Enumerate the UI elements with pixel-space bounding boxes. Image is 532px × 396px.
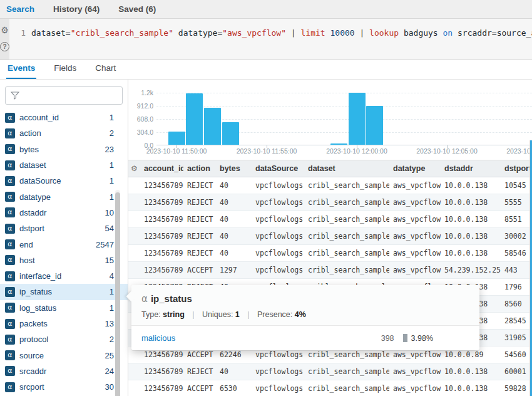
sidebar-field-end[interactable]: αend2547 <box>0 236 128 252</box>
field-count: 54 <box>105 224 114 233</box>
popup-value-link[interactable]: malicious <box>141 333 175 343</box>
editor-gutter: ⚙ ? <box>0 19 9 60</box>
tab-chart[interactable]: Chart <box>94 63 117 79</box>
string-type-icon: α <box>5 319 15 329</box>
histogram-bar[interactable] <box>186 93 203 145</box>
histogram-bar[interactable] <box>349 93 366 145</box>
sidebar-field-host[interactable]: αhost15 <box>0 253 128 268</box>
sidebar-field-srcport[interactable]: αsrcport30 <box>0 379 128 395</box>
cell-action: REJECT <box>183 245 216 261</box>
sidebar-field-dataSource[interactable]: αdataSource1 <box>0 173 128 189</box>
sidebar-field-dstport[interactable]: αdstport54 <box>0 221 128 236</box>
type-value: string <box>163 310 185 319</box>
field-filter-input[interactable] <box>5 86 123 105</box>
column-header-dataset[interactable]: dataset <box>304 160 389 177</box>
sidebar-field-packets[interactable]: αpackets13 <box>0 316 128 331</box>
settings-gear-icon[interactable]: ⚙ <box>1 26 9 34</box>
column-header-account_id[interactable]: account_id <box>140 160 183 177</box>
sidebar-field-action[interactable]: αaction2 <box>0 125 128 141</box>
histogram-bar[interactable] <box>330 143 347 145</box>
string-type-icon: α <box>5 350 15 360</box>
table-row[interactable]: 123456789012REJECT40vpcflowlogscribl_sea… <box>128 363 532 380</box>
table-row[interactable]: 123456789012REJECT40vpcflowlogscribl_sea… <box>128 211 532 228</box>
column-header-dstaddr[interactable]: dstaddr <box>441 160 501 177</box>
cell-dstport: 1796 <box>501 279 532 295</box>
string-type-icon: α <box>5 224 15 234</box>
string-type-icon: α <box>5 382 15 392</box>
sidebar-field-ip_status[interactable]: αip_status1 <box>0 284 128 300</box>
cell-account_id: 123456789012 <box>140 177 183 194</box>
sidebar-field-source[interactable]: αsource25 <box>0 347 128 363</box>
presence-value: 4% <box>295 310 306 319</box>
field-count: 15 <box>105 256 114 265</box>
popup-field-meta: Type: string | Uniques: 1 | Presence: 4% <box>141 310 469 319</box>
help-icon[interactable]: ? <box>0 42 9 51</box>
table-row[interactable]: 123456789012REJECT40vpcflowlogscribl_sea… <box>128 228 532 245</box>
cell-dstport: 54560 <box>501 346 532 363</box>
field-count: 4 <box>110 271 114 281</box>
sidebar-field-dstaddr[interactable]: αdstaddr10 <box>0 205 128 221</box>
field-name-label: srcaddr <box>19 367 105 376</box>
line-number: 1 <box>9 28 26 39</box>
field-name-label: account_id <box>19 113 110 122</box>
sidebar-scrollbar-thumb[interactable] <box>115 192 120 396</box>
sidebar-field-log_status[interactable]: αlog_status1 <box>0 300 128 316</box>
tab-fields[interactable]: Fields <box>53 63 78 79</box>
field-count: 30 <box>105 382 114 392</box>
sidebar-field-bytes[interactable]: αbytes23 <box>0 142 128 157</box>
right-panel-edge[interactable] <box>529 140 532 396</box>
sidebar-field-srcaddr[interactable]: αsrcaddr24 <box>0 363 128 379</box>
nav-item-saved[interactable]: Saved (6) <box>118 4 156 14</box>
cell-bytes: 40 <box>216 228 252 244</box>
field-name-label: protocol <box>19 335 110 344</box>
histogram-bar[interactable] <box>222 122 239 145</box>
events-table: ⚙account_idactionbytesdataSourcedatasetd… <box>128 160 532 396</box>
table-row[interactable]: 123456789012REJECT40vpcflowlogscribl_sea… <box>128 177 532 194</box>
popup-field-name: ip_status <box>151 293 192 304</box>
string-type-icon: α <box>5 239 15 249</box>
column-header-action[interactable]: action <box>183 160 216 177</box>
field-name-label: packets <box>19 319 105 328</box>
uniques-value: 1 <box>235 310 240 319</box>
string-type-icon: α <box>141 293 148 305</box>
chart-gridline <box>156 106 532 107</box>
histogram-bar[interactable] <box>204 108 221 145</box>
column-header-dataSource[interactable]: dataSource <box>252 160 304 177</box>
column-header-bytes[interactable]: bytes <box>216 160 252 177</box>
histogram-bar[interactable] <box>366 106 383 145</box>
table-row[interactable]: 123456789012REJECT40vpcflowlogscribl_sea… <box>128 194 532 211</box>
y-axis-tick-label: 912.0 <box>128 102 153 110</box>
sidebar-field-dataset[interactable]: αdataset1 <box>0 157 128 173</box>
column-header-dstport[interactable]: dstport <box>501 160 532 177</box>
table-row[interactable]: 123456789012ACCEPT6530vpcflowlogscribl_s… <box>128 380 532 396</box>
query-input[interactable]: 1 dataset="cribl_search_sample" datatype… <box>9 19 532 60</box>
table-settings-gear-icon[interactable]: ⚙ <box>128 160 140 177</box>
tab-events[interactable]: Events <box>6 63 36 79</box>
table-row[interactable]: 123456789012REJECT40vpcflowlogscribl_sea… <box>128 245 532 262</box>
sidebar-field-account_id[interactable]: αaccount_id1 <box>0 110 128 125</box>
string-type-icon: α <box>5 366 15 376</box>
field-name-label: srcport <box>19 382 105 392</box>
histogram-bar[interactable] <box>168 132 185 145</box>
cell-datatype: aws_vpcflow <box>389 363 441 380</box>
cell-action: REJECT <box>183 194 216 211</box>
field-name-label: bytes <box>19 145 105 154</box>
sidebar-field-interface_id[interactable]: αinterface_id4 <box>0 268 128 284</box>
nav-item-search[interactable]: Search <box>6 4 34 14</box>
table-row[interactable]: 123456789012ACCEPT1297vpcflowlogscribl_s… <box>128 262 532 279</box>
row-gutter-cell <box>128 211 140 227</box>
column-header-datatype[interactable]: datatype <box>389 160 441 177</box>
results-panel: 2023-10-10 11:50:002023-10-10 11:55:0020… <box>128 80 532 396</box>
cell-account_id: 123456789012 <box>140 228 183 244</box>
sidebar-field-datatype[interactable]: αdatatype1 <box>0 189 128 204</box>
cell-bytes: 40 <box>216 177 252 194</box>
field-count: 1 <box>110 303 114 313</box>
sidebar-field-protocol[interactable]: αprotocol2 <box>0 331 128 347</box>
nav-item-history[interactable]: History (64) <box>53 4 100 14</box>
cell-dstport: 30002 <box>501 228 532 244</box>
popup-field-title: αip_status <box>141 293 469 305</box>
cell-datatype: aws_vpcflow <box>389 194 441 211</box>
field-count: 1 <box>110 113 114 122</box>
cell-dataSource: vpcflowlogs <box>252 228 304 244</box>
sidebar-scrollbar-track[interactable] <box>115 190 120 396</box>
